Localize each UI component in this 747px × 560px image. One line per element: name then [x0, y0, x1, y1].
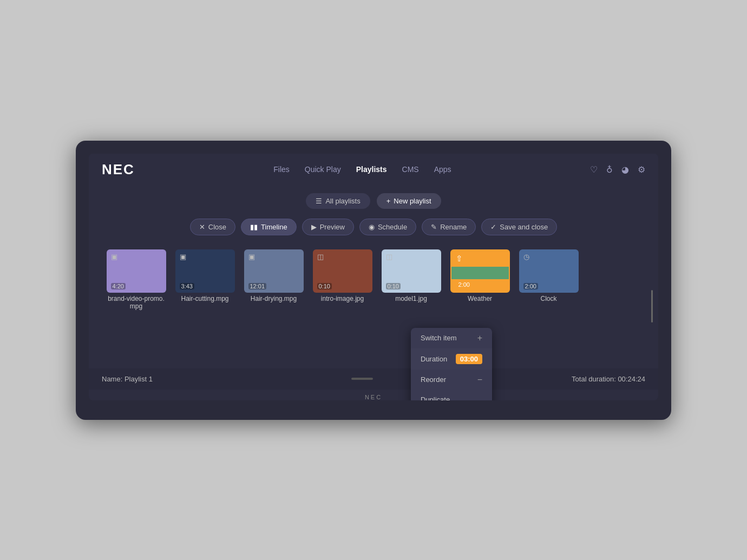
nav-cms[interactable]: CMS [402, 165, 419, 174]
playlist-bar: ☰ All playlists + New playlist [89, 186, 658, 214]
card-label-5: model1.jpg [395, 295, 427, 302]
wifi-icon[interactable]: ◕ [621, 164, 629, 175]
card-thumb-5: ◫ 0:10 [382, 249, 441, 293]
nav-icons: ♡ ♁ ◕ ⚙ [590, 164, 645, 175]
ctx-duplicate[interactable]: Duplicate [411, 390, 492, 400]
ctx-duration-value[interactable]: 03:00 [456, 354, 482, 364]
playlist-card-4[interactable]: ◫ 0:10 intro-image.jpg [311, 249, 374, 302]
card-label-2: Hair-cutting.mpg [181, 295, 228, 302]
ctx-reorder-minus-icon: − [477, 375, 482, 385]
tv-outer: NEC Files Quick Play Playlists CMS Apps … [76, 141, 671, 420]
preview-button[interactable]: ▶ Preview [302, 219, 354, 235]
rename-label: Rename [440, 223, 467, 231]
plus-icon: + [386, 197, 391, 205]
toolbar: ✕ Close ▮▮ Timeline ▶ Preview ◉ Schedule… [89, 214, 658, 244]
card-duration-3: 12:01 [248, 283, 267, 289]
timeline-button[interactable]: ▮▮ Timeline [241, 219, 297, 235]
scrollbar[interactable] [651, 290, 653, 322]
playlist-card-2[interactable]: ▣ 3:43 Hair-cutting.mpg [174, 249, 236, 302]
card-thumb-3: ▣ 12:01 [244, 249, 304, 293]
card-duration-7: 2:00 [523, 283, 538, 289]
card-duration-6: 2:00 [456, 281, 473, 288]
playlist-name: Name: Playlist 1 [102, 375, 153, 383]
context-menu: Switch item + Duration 03:00 Reorder − D… [411, 328, 492, 400]
nav-quickplay[interactable]: Quick Play [305, 165, 341, 174]
card-thumb-7: ◷ 2:00 [519, 249, 579, 293]
close-button[interactable]: ✕ Close [190, 219, 235, 235]
schedule-icon: ◉ [369, 223, 375, 231]
all-playlists-button[interactable]: ☰ All playlists [306, 193, 370, 209]
gear-icon[interactable]: ⚙ [638, 164, 645, 175]
save-close-button[interactable]: ✓ Save and close [481, 219, 557, 235]
video-icon-3: ▣ [248, 253, 255, 261]
timeline-icon: ▮▮ [250, 223, 258, 231]
image-icon-5: ◫ [386, 253, 392, 261]
image-icon-4: ◫ [317, 253, 324, 261]
tv-screen: NEC Files Quick Play Playlists CMS Apps … [89, 154, 658, 400]
card-thumb-2: ▣ 3:43 [175, 249, 235, 293]
schedule-label: Schedule [378, 223, 407, 231]
video-icon-1: ▣ [111, 253, 117, 261]
playlist-card-1[interactable]: ▣ 4:20 brand-video-promo.mpg [105, 249, 167, 310]
close-icon: ✕ [199, 223, 205, 231]
total-duration: Total duration: 00:24:24 [572, 375, 645, 383]
playlist-card-7[interactable]: ◷ 2:00 Clock [517, 249, 580, 302]
ctx-reorder-label: Reorder [421, 375, 446, 384]
nav-files[interactable]: Files [273, 165, 290, 174]
playlist-card-3[interactable]: ▣ 12:01 Hair-drying.mpg [243, 249, 305, 302]
card-label-1: brand-video-promo.mpg [107, 295, 166, 310]
card-duration-5: 0:10 [386, 283, 401, 289]
new-playlist-label: New playlist [394, 197, 431, 205]
bottom-bar: Name: Playlist 1 Total duration: 00:24:2… [89, 368, 658, 390]
clock-icon: ◷ [523, 253, 529, 261]
user-icon[interactable]: ♡ [590, 164, 598, 175]
bottom-handle [351, 378, 373, 380]
schedule-button[interactable]: ◉ Schedule [359, 219, 416, 235]
bottom-center [351, 378, 373, 380]
card-thumb-1: ▣ 4:20 [107, 249, 166, 293]
tv-brand: NEC [89, 390, 658, 400]
ctx-switch-item[interactable]: Switch item + [411, 328, 492, 348]
video-icon-2: ▣ [180, 253, 186, 261]
nav-playlists[interactable]: Playlists [356, 165, 387, 174]
card-duration-2: 3:43 [180, 283, 194, 289]
ctx-duration[interactable]: Duration 03:00 [411, 348, 492, 370]
card-label-4: intro-image.jpg [321, 295, 364, 302]
playlist-items: ▣ 4:20 brand-video-promo.mpg ▣ 3:43 Hair… [105, 249, 642, 314]
playlist-card-6[interactable]: ⇧ 2:00 Weather [449, 249, 511, 302]
preview-label: Preview [320, 223, 345, 231]
new-playlist-button[interactable]: + New playlist [377, 193, 441, 209]
ctx-duplicate-label: Duplicate [421, 396, 450, 400]
card-duration-4: 0:10 [317, 283, 332, 289]
card-duration-1: 4:20 [111, 283, 126, 289]
save-icon: ✓ [490, 223, 496, 231]
top-nav: NEC Files Quick Play Playlists CMS Apps … [89, 154, 658, 186]
card-label-7: Clock [540, 295, 556, 302]
playlist-card-5[interactable]: ◫ 0:10 model1.jpg [380, 249, 442, 302]
list-icon: ☰ [316, 197, 322, 205]
rename-icon: ✎ [431, 223, 437, 231]
timeline-label: Timeline [261, 223, 287, 231]
card-label-3: Hair-drying.mpg [251, 295, 297, 302]
card-thumb-4: ◫ 0:10 [313, 249, 372, 293]
close-label: Close [208, 223, 226, 231]
card-thumb-6: ⇧ 2:00 [450, 249, 510, 293]
ctx-switch-plus-icon: + [477, 333, 482, 343]
nav-links: Files Quick Play Playlists CMS Apps [273, 165, 451, 174]
weather-icon: ⇧ [456, 254, 463, 263]
ctx-reorder[interactable]: Reorder − [411, 370, 492, 390]
nav-apps[interactable]: Apps [434, 165, 451, 174]
content-area: ▣ 4:20 brand-video-promo.mpg ▣ 3:43 Hair… [89, 244, 658, 368]
rename-button[interactable]: ✎ Rename [422, 219, 476, 235]
card-label-6: Weather [468, 295, 492, 302]
all-playlists-label: All playlists [325, 197, 360, 205]
save-label: Save and close [500, 223, 548, 231]
ctx-duration-label: Duration [421, 355, 447, 363]
play-icon: ▶ [311, 223, 317, 231]
ctx-switch-label: Switch item [421, 334, 456, 342]
nec-logo: NEC [102, 161, 135, 178]
globe-icon[interactable]: ♁ [606, 164, 613, 175]
